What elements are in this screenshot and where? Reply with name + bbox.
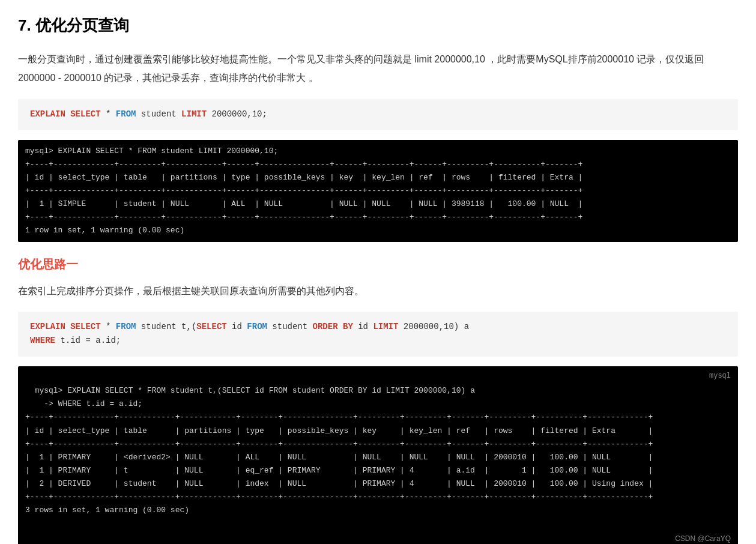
mysql-label: mysql	[709, 370, 731, 382]
section-description: 在索引上完成排序分页操作，最后根据主键关联回原表查询所需要的其他列内容。	[18, 283, 738, 299]
code-block-2: EXPLAIN SELECT * FROM student t,(SELECT …	[18, 312, 738, 357]
code-block-1: EXPLAIN SELECT * FROM student LIMIT 2000…	[18, 99, 738, 130]
terminal-block-1: mysql> EXPLAIN SELECT * FROM student LIM…	[18, 140, 738, 243]
intro-paragraph: 一般分页查询时，通过创建覆盖索引能够比较好地提高性能。一个常见又非常头疼的问题就…	[18, 50, 738, 87]
section-title: 优化思路一	[18, 254, 738, 274]
terminal-block-2: mysqlmysql> EXPLAIN SELECT * FROM studen…	[18, 366, 738, 544]
csdn-label: CSDN @CaraYQ	[25, 533, 731, 544]
page-title: 7. 优化分页查询	[18, 12, 738, 38]
